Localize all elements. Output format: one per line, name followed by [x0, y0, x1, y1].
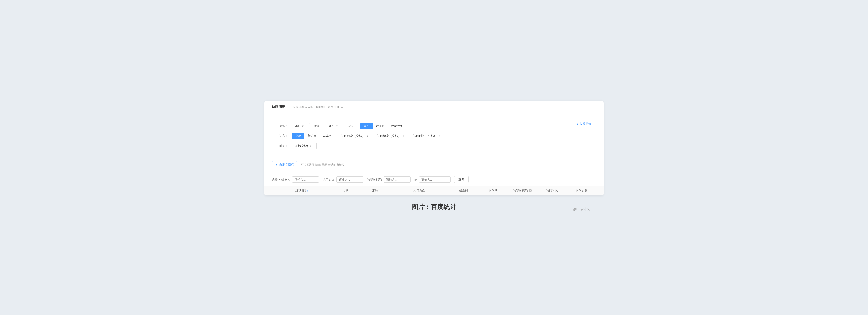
- visit-duration-dropdown[interactable]: 访问时长（全部） ▼: [411, 133, 443, 139]
- chevron-down-icon: ▼: [336, 125, 338, 127]
- keyword-group: 关键词/搜索词: [272, 177, 319, 183]
- device-btn-group: 全部 计算机 移动设备: [360, 123, 406, 129]
- th-visit-time[interactable]: 访问时间 ↓: [272, 188, 331, 192]
- visitor-id-input[interactable]: [383, 177, 411, 183]
- th-visit-duration: 访问时长: [537, 188, 567, 192]
- region-label: 地域：: [313, 124, 322, 128]
- chevron-up-icon: ▲: [576, 122, 579, 126]
- device-mobile-button[interactable]: 移动设备: [388, 123, 406, 129]
- visitor-label: 访客：: [279, 134, 288, 138]
- ip-group: IP: [414, 177, 451, 183]
- keyword-input[interactable]: [292, 177, 319, 183]
- source-dropdown[interactable]: 全部 ▼: [292, 123, 310, 129]
- table-header: 访问时间 ↓ 地域 来源 入口页面 搜索词 访问IP 访客标识码 ?: [265, 186, 603, 195]
- tab-visit-detail[interactable]: 访问明细: [272, 101, 285, 113]
- visitor-id-label: 访客标识码: [367, 178, 382, 182]
- th-source: 来源: [360, 188, 390, 192]
- visitor-new-button[interactable]: 新访客: [305, 133, 320, 139]
- ip-label: IP: [414, 178, 417, 181]
- entry-page-input[interactable]: [336, 177, 364, 183]
- visitor-id-group: 访客标识码: [367, 177, 411, 183]
- time-dropdown[interactable]: 日期(全部) ▼: [292, 143, 317, 149]
- chevron-down-icon: ▼: [402, 135, 405, 137]
- ip-input[interactable]: [419, 177, 451, 183]
- custom-metric-section: ✦ 自定义指标 可根据需要"隐藏/显示"所选的指标项: [265, 159, 603, 173]
- region-dropdown[interactable]: 全部 ▼: [326, 123, 344, 129]
- time-label: 时间：: [279, 144, 288, 148]
- device-all-button[interactable]: 全部: [360, 123, 373, 129]
- visitor-returning-button[interactable]: 老访客: [320, 133, 335, 139]
- query-button[interactable]: 查询: [454, 176, 469, 183]
- custom-metric-hint: 可根据需要"隐藏/显示"所选的指标项: [301, 163, 344, 167]
- tab-header: 访问明细 （仅提供两周内的访问明细，最多5000条）: [265, 101, 603, 113]
- th-visitor-id: 访客标识码 ?: [508, 188, 537, 192]
- page-footer: 图片：百度统计 @LIZ设计夹: [265, 195, 603, 214]
- th-visit-pages: 访问页数: [567, 188, 596, 192]
- chevron-down-icon: ▼: [366, 135, 369, 137]
- help-icon[interactable]: ?: [529, 189, 532, 192]
- keyword-label: 关键词/搜索词: [272, 178, 290, 182]
- filter-row-time: 时间： 日期(全部) ▼: [279, 143, 589, 149]
- tab-subtitle: （仅提供两周内的访问明细，最多5000条）: [290, 105, 346, 109]
- th-visit-ip: 访问IP: [478, 188, 508, 192]
- search-bar: 关键词/搜索词 入口页面 访客标识码 IP 查询: [265, 173, 603, 186]
- visit-depth-dropdown[interactable]: 访问深度（全部） ▼: [375, 133, 407, 139]
- device-label: 设备：: [348, 124, 356, 128]
- device-computer-button[interactable]: 计算机: [373, 123, 388, 129]
- region-value: 全部: [329, 124, 334, 128]
- custom-metric-label: 自定义指标: [279, 163, 294, 167]
- watermark: @LIZ设计夹: [573, 207, 590, 211]
- th-search-term: 搜索词: [449, 188, 478, 192]
- visit-duration-value: 访问时长（全部）: [413, 134, 437, 138]
- footer-title: 图片：百度统计: [265, 203, 603, 211]
- chevron-down-icon: ▼: [438, 135, 440, 137]
- visit-freq-dropdown[interactable]: 访问频次（全部） ▼: [339, 133, 371, 139]
- th-region: 地域: [331, 188, 360, 192]
- visitor-all-button[interactable]: 全部: [292, 133, 305, 139]
- source-value: 全部: [294, 124, 300, 128]
- filter-row-source: 来源： 全部 ▼ 地域： 全部 ▼ 设备： 全部 计算机 移动设备: [279, 123, 589, 129]
- visitor-btn-group: 全部 新访客 老访客: [292, 133, 335, 139]
- custom-metric-button[interactable]: ✦ 自定义指标: [272, 161, 297, 168]
- visit-freq-value: 访问频次（全部）: [341, 134, 365, 138]
- sort-desc-icon: ↓: [307, 189, 308, 192]
- chevron-down-icon: ▼: [302, 125, 304, 127]
- chevron-down-icon: ▼: [309, 145, 312, 147]
- time-value: 日期(全部): [294, 144, 308, 148]
- visit-depth-value: 访问深度（全部）: [377, 134, 401, 138]
- collapse-label: 收起筛选: [580, 122, 591, 126]
- filter-row-visitor: 访客： 全部 新访客 老访客 访问频次（全部） ▼ 访问深度（全部） ▼ 访问时…: [279, 133, 589, 139]
- custom-metric-icon: ✦: [275, 163, 278, 166]
- filter-section: ▲ 收起筛选 来源： 全部 ▼ 地域： 全部 ▼ 设备： 全部 计算机: [272, 118, 596, 154]
- th-entry-page: 入口页面: [390, 188, 449, 192]
- entry-page-group: 入口页面: [323, 177, 364, 183]
- source-label: 来源：: [279, 124, 288, 128]
- entry-page-label: 入口页面: [323, 178, 335, 182]
- collapse-filter-button[interactable]: ▲ 收起筛选: [576, 122, 591, 126]
